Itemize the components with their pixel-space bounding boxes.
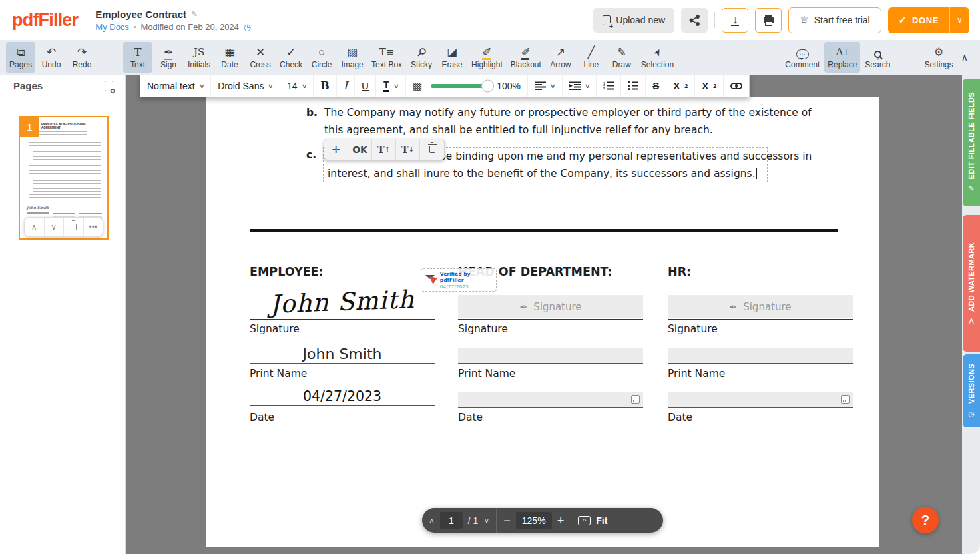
- hr-date-field[interactable]: [668, 392, 853, 407]
- clause-b-label: b.: [306, 105, 318, 138]
- help-button[interactable]: ?: [912, 507, 939, 533]
- download-button[interactable]: ↓: [722, 8, 748, 33]
- toolbar-undo[interactable]: ↶Undo: [37, 42, 66, 73]
- text-color-select[interactable]: T ∨: [376, 75, 406, 97]
- fit-button[interactable]: Fit: [596, 515, 607, 526]
- collapse-toolbar-chevron[interactable]: ∧: [961, 52, 968, 63]
- document-canvas: b. The Company may notify any future or …: [126, 75, 962, 554]
- move-page-up-button[interactable]: ∧: [25, 218, 45, 236]
- page-nav-section: ∧ 1 / 1 ∨: [422, 508, 497, 533]
- versions-tab[interactable]: VERSIONS ◷: [963, 354, 980, 427]
- toolbar-line[interactable]: ╱Line: [577, 42, 606, 73]
- toolbar-date[interactable]: ▦Date: [215, 42, 244, 73]
- ok-button[interactable]: OK: [348, 139, 372, 160]
- hr-signature-field[interactable]: ✒ Signature: [668, 295, 853, 318]
- done-dropdown-button[interactable]: ∨: [949, 7, 969, 33]
- breadcrumb-my-docs[interactable]: My Docs: [95, 22, 129, 32]
- page-more-button[interactable]: •••: [84, 218, 103, 236]
- move-element-button[interactable]: ✛: [324, 139, 348, 160]
- superscript-button[interactable]: X2: [666, 75, 695, 97]
- start-free-trial-button[interactable]: ♕ Start free trial: [788, 7, 881, 33]
- hr-print-name-field[interactable]: [668, 348, 853, 363]
- zoom-out-button[interactable]: −: [503, 515, 511, 527]
- move-page-down-button[interactable]: ∨: [45, 218, 65, 236]
- clause-c-label: c.: [306, 149, 316, 161]
- zoom-level-value[interactable]: 125%: [516, 512, 552, 529]
- font-size-select[interactable]: 14 ∨: [280, 75, 314, 97]
- hod-print-name-field[interactable]: [458, 348, 643, 363]
- underline-button[interactable]: U: [355, 75, 376, 97]
- edit-fillable-fields-tab[interactable]: EDIT FILLABLE FIELDS ✎: [963, 79, 980, 206]
- toolbar-image[interactable]: ▨Image: [338, 42, 367, 73]
- superscript-exp: 2: [684, 83, 688, 89]
- toolbar-search[interactable]: Search: [861, 42, 893, 73]
- page-thumbnail[interactable]: 1 EMPLOYEE NON-DISCLOSURE AGREEMENT John…: [19, 116, 109, 240]
- selection-cursor-icon: ➤: [649, 45, 665, 59]
- strikethrough-button[interactable]: S: [646, 75, 666, 97]
- decrease-font-button[interactable]: T↓: [396, 139, 420, 160]
- toolbar-pages[interactable]: ⧉Pages: [6, 42, 35, 73]
- numbered-list-button[interactable]: 123: [597, 75, 621, 97]
- opacity-control[interactable]: ▩ 100%: [406, 75, 528, 97]
- clause-b: b. The Company may notify any future or …: [306, 105, 812, 138]
- font-down-icon: ↓: [409, 146, 414, 153]
- increase-font-button[interactable]: T↑: [372, 139, 396, 160]
- employee-print-name-value[interactable]: John Smith: [250, 346, 435, 362]
- hod-date-field[interactable]: [458, 392, 643, 407]
- share-button[interactable]: [681, 8, 708, 33]
- cross-icon: ✕: [256, 45, 265, 59]
- delete-page-button[interactable]: [64, 218, 84, 236]
- link-button[interactable]: [724, 75, 749, 97]
- download-icon: ↓: [731, 15, 739, 26]
- opacity-slider[interactable]: [431, 84, 488, 88]
- slider-knob[interactable]: [481, 79, 494, 92]
- add-watermark-tab[interactable]: ADD WATERMARK A: [963, 215, 980, 352]
- toolbar-settings[interactable]: ⚙Settings: [921, 42, 956, 73]
- indent-select[interactable]: ∨: [563, 75, 597, 97]
- edit-title-icon[interactable]: ✎: [191, 9, 198, 19]
- delete-element-button[interactable]: [420, 139, 444, 160]
- bullet-list-button[interactable]: [621, 75, 646, 97]
- next-page-button[interactable]: ∨: [483, 517, 489, 524]
- toolbar-arrow[interactable]: ↗Arrow: [546, 42, 575, 73]
- employee-signature-value[interactable]: John Smith: [249, 284, 435, 320]
- clause-c-line2: interest, and shall inure to the benefit…: [328, 166, 763, 183]
- zoom-in-button[interactable]: +: [557, 515, 565, 527]
- toolbar-text[interactable]: TText: [123, 42, 152, 73]
- modified-date: Modified on Feb 20, 2024: [140, 22, 238, 32]
- align-select[interactable]: ∨: [528, 75, 563, 97]
- current-page-input[interactable]: 1: [440, 512, 463, 529]
- toolbar-cross[interactable]: ✕Cross: [246, 42, 275, 73]
- history-clock-icon[interactable]: ◷: [244, 22, 251, 32]
- toolbar-circle[interactable]: ○Circle: [307, 42, 336, 73]
- upload-new-button[interactable]: Upload new: [593, 8, 674, 33]
- link-icon: [730, 83, 742, 89]
- print-button[interactable]: [755, 8, 782, 33]
- subscript-button[interactable]: X2: [695, 75, 724, 97]
- toolbar-redo[interactable]: ↷Redo: [67, 42, 97, 73]
- toolbar-selection[interactable]: ➤Selection: [638, 42, 677, 73]
- toolbar-comment[interactable]: ⋯Comment: [782, 42, 823, 73]
- page-settings-icon[interactable]: [105, 81, 113, 91]
- toolbar-blackout[interactable]: ✐Blackout: [507, 42, 545, 73]
- paragraph-style-select[interactable]: Normal text ∨: [140, 75, 211, 97]
- done-button[interactable]: ✓ DONE: [888, 7, 949, 33]
- comment-bubble-icon: ⋯: [796, 49, 809, 59]
- toolbar-sticky[interactable]: ⚲Sticky: [407, 42, 436, 73]
- hod-signature-field[interactable]: ✒ Signature: [458, 295, 643, 318]
- italic-button[interactable]: I: [337, 75, 355, 97]
- employee-date-value[interactable]: 04/27/2023: [250, 388, 435, 404]
- toolbar-erase[interactable]: ◪Erase: [437, 42, 467, 73]
- toolbar-draw[interactable]: ✎Draw: [607, 42, 636, 73]
- opacity-value: 100%: [497, 81, 521, 91]
- toolbar-sign[interactable]: ✒Sign: [154, 42, 183, 73]
- bold-button[interactable]: B: [314, 75, 337, 97]
- font-family-select[interactable]: Droid Sans ∨: [211, 75, 280, 97]
- toolbar-replace[interactable]: A⌶Replace: [824, 42, 860, 73]
- toolbar-text-box[interactable]: T≡Text Box: [368, 42, 405, 73]
- toolbar-highlight[interactable]: ✐Highlight: [468, 42, 506, 73]
- toolbar-check[interactable]: ✓Check: [276, 42, 306, 73]
- initials-icon: JS: [194, 45, 204, 59]
- toolbar-initials[interactable]: JSInitials: [184, 42, 214, 73]
- previous-page-button[interactable]: ∧: [429, 517, 435, 524]
